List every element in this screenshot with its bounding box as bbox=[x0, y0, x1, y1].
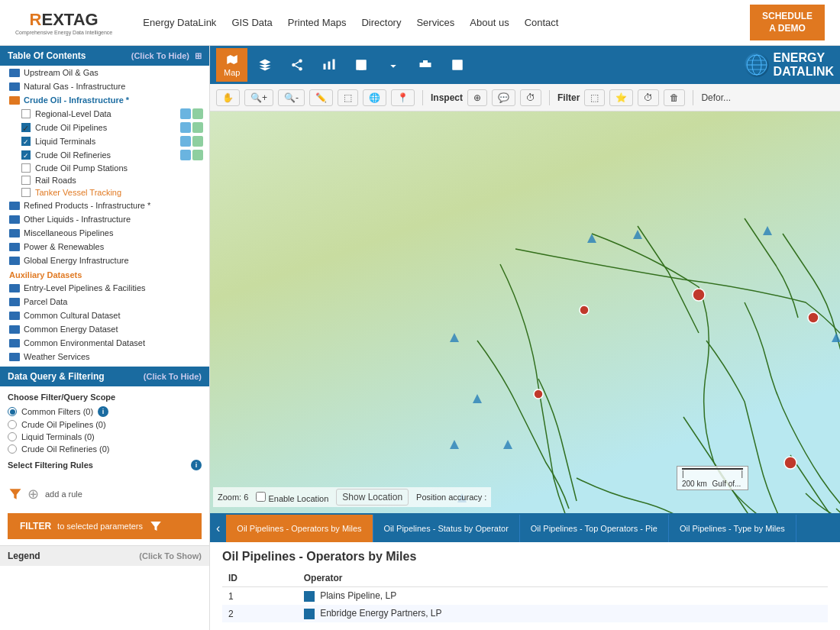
checkbox-crude-pipelines[interactable]: ✓ bbox=[21, 123, 31, 132]
checkbox-regional[interactable] bbox=[21, 109, 31, 118]
legend-header[interactable]: Legend (Click To Show) bbox=[0, 545, 209, 566]
enable-location-checkbox[interactable] bbox=[256, 492, 266, 502]
nav-energy-datalink[interactable]: Energy DataLink bbox=[143, 17, 216, 28]
map-background bbox=[210, 111, 840, 513]
toc-power-renewables[interactable]: Power & Renewables bbox=[0, 240, 209, 254]
toc-misc-pipelines[interactable]: Miscellaneous Pipelines bbox=[0, 226, 209, 240]
toc-crude-pump-stations[interactable]: Crude Oil Pump Stations bbox=[0, 162, 209, 174]
schedule-demo-button[interactable]: SCHEDULEA DEMO bbox=[750, 5, 825, 40]
filter-crude-pipelines[interactable]: Crude Oil Pipelines (0) bbox=[8, 420, 202, 429]
filter-clock-tool[interactable]: ⏱ bbox=[638, 89, 659, 106]
folder-icon bbox=[9, 353, 20, 361]
globe-tool[interactable]: 🌐 bbox=[363, 89, 386, 106]
add-rule-area: ⊕ add a rule bbox=[0, 481, 209, 507]
map-tool-news[interactable] bbox=[443, 53, 472, 76]
map-area[interactable]: || 200 km Gulf of... Zoom: 6 Enable Loca… bbox=[210, 111, 840, 513]
add-rule-label[interactable]: add a rule bbox=[45, 489, 82, 499]
nav-gis-data[interactable]: GIS Data bbox=[231, 17, 272, 28]
separator-2 bbox=[549, 90, 550, 105]
filter-rect-tool[interactable]: ⬚ bbox=[584, 89, 605, 106]
energy-line1: ENERGY bbox=[774, 51, 834, 65]
row-operator: Plains Pipeline, LP bbox=[298, 587, 828, 605]
nav-printed-maps[interactable]: Printed Maps bbox=[288, 17, 347, 28]
map-zoom-info: Zoom: 6 Enable Location Show Location Po… bbox=[213, 487, 491, 507]
radio-common[interactable] bbox=[8, 407, 17, 416]
radio-crude-pipelines[interactable] bbox=[8, 420, 17, 429]
pan-tool[interactable]: ✋ bbox=[216, 89, 240, 106]
col-id: ID bbox=[222, 570, 298, 587]
layers-icon bbox=[258, 58, 272, 72]
nav-directory[interactable]: Directory bbox=[361, 17, 401, 28]
add-icon[interactable]: ⊕ bbox=[27, 486, 39, 502]
enable-location-toggle[interactable]: Enable Location bbox=[256, 492, 328, 503]
toc-hide-button[interactable]: (Click To Hide) ⊞ bbox=[131, 51, 202, 61]
toc-global-energy[interactable]: Global Energy Infrastructure bbox=[0, 254, 209, 267]
toc-crude-oil-refineries[interactable]: ✓ Crude Oil Refineries bbox=[0, 148, 209, 162]
folder-icon bbox=[9, 339, 20, 347]
checkbox-liquid-terminals[interactable]: ✓ bbox=[21, 137, 31, 146]
map-tool-chart[interactable] bbox=[315, 53, 344, 76]
toc-liquid-terminals[interactable]: ✓ Liquid Terminals bbox=[0, 134, 209, 148]
marker-tool[interactable]: 📍 bbox=[391, 89, 415, 106]
checkbox-crude-refineries[interactable]: ✓ bbox=[21, 150, 31, 160]
toc-upstream-oil-gas[interactable]: Upstream Oil & Gas bbox=[0, 66, 209, 79]
nav-contact[interactable]: Contact bbox=[525, 17, 559, 28]
toc-other-liquids[interactable]: Other Liquids - Infrastructure bbox=[0, 212, 209, 226]
right-main: Map bbox=[210, 46, 840, 630]
select-tool[interactable]: ⬚ bbox=[338, 89, 358, 106]
toc-parcel-data[interactable]: Parcel Data bbox=[0, 295, 209, 309]
map-tool-pipe[interactable] bbox=[411, 53, 440, 76]
zoom-out-tool[interactable]: 🔍- bbox=[278, 89, 305, 106]
bottom-tab-top-operators-pie[interactable]: Oil Pipelines - Top Operators - Pie bbox=[520, 515, 669, 542]
layer-icon bbox=[180, 136, 191, 147]
radio-refineries[interactable] bbox=[8, 444, 17, 454]
filter-star-tool[interactable]: ⭐ bbox=[609, 89, 633, 106]
folder-icon bbox=[9, 202, 20, 210]
map-tool-download[interactable] bbox=[379, 53, 408, 76]
filter-button[interactable]: FILTER to selected parameters bbox=[8, 513, 202, 539]
dq-title: Data Query & Filtering bbox=[8, 371, 105, 382]
dq-hide-button[interactable]: (Click To Hide) bbox=[144, 372, 202, 381]
show-location-button[interactable]: Show Location bbox=[336, 489, 409, 506]
edit-tool[interactable]: ✏️ bbox=[309, 89, 333, 106]
filter-crude-refineries[interactable]: Crude Oil Refineries (0) bbox=[8, 444, 202, 454]
toc-rail-roads[interactable]: Rail Roads bbox=[0, 174, 209, 186]
toc-crude-oil-pipelines[interactable]: ✓ Crude Oil Pipelines bbox=[0, 121, 209, 134]
toc-common-env[interactable]: Common Environmental Dataset bbox=[0, 336, 209, 350]
toc-regional-level-data[interactable]: Regional-Level Data bbox=[0, 107, 209, 121]
bottom-tab-prev-button[interactable]: ‹ bbox=[210, 515, 226, 542]
energy-logo-text: ENERGY DATALINK bbox=[774, 51, 834, 78]
map-tool-map[interactable]: Map bbox=[216, 48, 247, 82]
toc-tanker-vessel[interactable]: Tanker Vessel Tracking bbox=[0, 186, 209, 199]
clock-tool[interactable]: ⏱ bbox=[520, 89, 541, 106]
radio-liquid[interactable] bbox=[8, 432, 17, 441]
map-tool-share[interactable] bbox=[283, 53, 312, 76]
filter-delete-tool[interactable]: 🗑 bbox=[664, 89, 685, 106]
checkbox-pump-stations[interactable] bbox=[21, 163, 31, 173]
nav-services[interactable]: Services bbox=[416, 17, 454, 28]
toc-refined-products[interactable]: Refined Products - Infrastructure * bbox=[0, 199, 209, 212]
bottom-tab-type-by-miles[interactable]: Oil Pipelines - Type by Miles bbox=[669, 515, 796, 542]
checkbox-tanker[interactable] bbox=[21, 188, 31, 197]
map-tool-layers[interactable] bbox=[250, 53, 279, 76]
filter-liquid-terminals[interactable]: Liquid Terminals (0) bbox=[8, 432, 202, 441]
toc-natural-gas[interactable]: Natural Gas - Infrastructure bbox=[0, 79, 209, 93]
legend-show-button[interactable]: (Click To Show) bbox=[139, 551, 202, 561]
comment-tool[interactable]: 💬 bbox=[492, 89, 515, 106]
filter-common[interactable]: Common Filters (0) i bbox=[8, 406, 202, 417]
crosshair-tool[interactable]: ⊕ bbox=[467, 89, 487, 106]
toc-common-energy[interactable]: Common Energy Dataset bbox=[0, 322, 209, 336]
row-id: 2 bbox=[222, 605, 298, 622]
nav-about-us[interactable]: About us bbox=[470, 17, 509, 28]
bottom-tab-status-by-operator[interactable]: Oil Pipelines - Status by Operator bbox=[373, 515, 520, 542]
filter-label-refineries: Crude Oil Refineries (0) bbox=[21, 444, 110, 454]
map-tool-building[interactable] bbox=[347, 53, 376, 76]
bottom-tab-operators-by-miles[interactable]: Oil Pipelines - Operators by Miles bbox=[226, 515, 373, 542]
zoom-in-tool[interactable]: 🔍+ bbox=[244, 89, 273, 106]
toc-common-cultural[interactable]: Common Cultural Dataset bbox=[0, 309, 209, 322]
toc-entry-level[interactable]: Entry-Level Pipelines & Facilities bbox=[0, 281, 209, 295]
toc-crude-oil[interactable]: Crude Oil - Infrastructure * bbox=[0, 93, 209, 107]
checkbox-rail-roads[interactable] bbox=[21, 176, 31, 185]
toc-weather-services[interactable]: Weather Services bbox=[0, 350, 209, 363]
layer-icon bbox=[192, 122, 203, 133]
